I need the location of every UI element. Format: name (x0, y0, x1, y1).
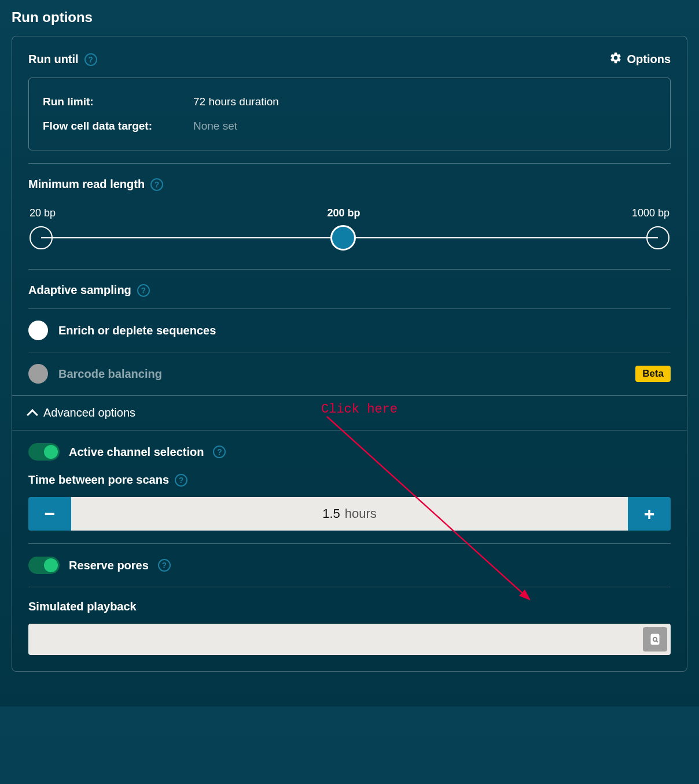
help-icon[interactable]: ? (213, 446, 226, 458)
options-label: Options (627, 53, 671, 66)
slider-end-min (30, 226, 53, 249)
help-icon[interactable]: ? (158, 559, 171, 572)
run-until-label: Run until (28, 53, 79, 66)
increment-button[interactable]: + (628, 497, 671, 531)
reserve-pores-toggle[interactable] (28, 557, 60, 574)
radio-label: Enrich or deplete sequences (58, 324, 216, 337)
help-icon[interactable]: ? (150, 178, 163, 191)
decrement-button[interactable]: − (28, 497, 71, 531)
pore-scan-unit: hours (345, 506, 377, 521)
run-until-summary: Run limit: 72 hours duration Flow cell d… (28, 78, 671, 150)
chevron-up-icon (27, 409, 38, 421)
target-value: None set (193, 120, 237, 132)
slider-end-max (646, 226, 669, 249)
radio-icon (28, 321, 48, 340)
sim-playback-input[interactable] (32, 634, 643, 646)
pore-scans-label: Time between pore scans (28, 473, 169, 487)
min-read-label: Minimum read length (28, 178, 145, 191)
slider-handle[interactable] (330, 225, 356, 251)
pore-scan-value: 1.5 (322, 506, 340, 521)
beta-badge: Beta (635, 366, 671, 382)
radio-barcode-balancing: Barcode balancing Beta (28, 352, 671, 395)
browse-button[interactable] (643, 627, 667, 652)
reserve-pores-label: Reserve pores (69, 559, 149, 572)
file-search-icon (648, 632, 662, 646)
radio-icon (28, 364, 48, 384)
svg-rect-0 (651, 634, 659, 645)
radio-enrich-deplete[interactable]: Enrich or deplete sequences (28, 308, 671, 352)
slider-tick-mid: 200 bp (327, 207, 360, 219)
help-icon[interactable]: ? (137, 284, 150, 297)
radio-label: Barcode balancing (58, 367, 162, 381)
active-channel-toggle[interactable] (28, 443, 60, 461)
run-limit-value: 72 hours duration (193, 95, 279, 108)
advanced-options-toggle[interactable]: Advanced options (12, 395, 687, 430)
advanced-options-label: Advanced options (43, 406, 135, 419)
page-title: Run options (12, 9, 687, 25)
pore-scan-stepper: − 1.5 hours + (28, 497, 671, 531)
sim-playback-label: Simulated playback (28, 600, 137, 613)
pore-scan-value-field[interactable]: 1.5 hours (71, 497, 628, 531)
gear-icon (609, 51, 622, 67)
run-options-card: Run until ? Options Run limit: 72 hours … (12, 36, 687, 672)
help-icon[interactable]: ? (175, 474, 187, 487)
target-key: Flow cell data target: (43, 120, 170, 132)
adaptive-label: Adaptive sampling (28, 284, 131, 297)
slider-tick-min: 20 bp (30, 207, 56, 219)
sim-playback-field (28, 624, 671, 655)
active-channel-label: Active channel selection (69, 446, 204, 459)
help-icon[interactable]: ? (84, 53, 97, 66)
slider-tick-max: 1000 bp (632, 207, 669, 219)
options-button[interactable]: Options (609, 51, 671, 67)
run-limit-key: Run limit: (43, 95, 170, 108)
min-read-slider[interactable]: 20 bp 200 bp 1000 bp (28, 207, 671, 255)
